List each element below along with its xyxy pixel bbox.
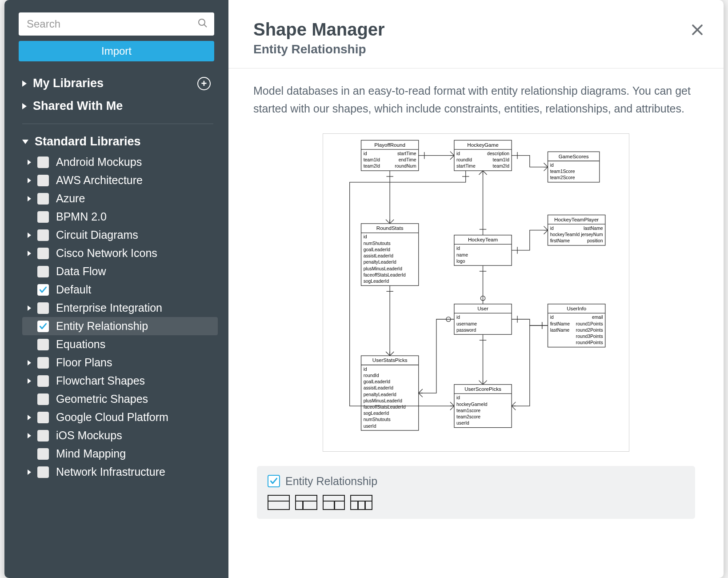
svg-line-1 bbox=[204, 24, 207, 27]
shared-with-me-group[interactable]: Shared With Me bbox=[22, 95, 224, 117]
library-checkbox[interactable] bbox=[37, 375, 49, 387]
library-checkbox[interactable] bbox=[37, 339, 49, 350]
svg-text:HockeyTeamPlayer: HockeyTeamPlayer bbox=[554, 217, 599, 222]
library-item[interactable]: Floor Plans bbox=[22, 353, 218, 372]
entity-shape-2[interactable] bbox=[295, 495, 317, 510]
library-checkbox[interactable] bbox=[37, 448, 49, 460]
library-item[interactable]: Azure bbox=[22, 189, 218, 208]
chevron-right-icon bbox=[28, 196, 31, 201]
library-item[interactable]: Cisco Network Icons bbox=[22, 244, 218, 262]
er-checkbox[interactable] bbox=[268, 475, 280, 487]
library-label: Default bbox=[56, 283, 91, 296]
divider bbox=[22, 124, 213, 124]
svg-text:plusMinusLeaderId: plusMinusLeaderId bbox=[364, 266, 403, 271]
library-checkbox[interactable] bbox=[37, 357, 49, 369]
library-item[interactable]: Google Cloud Platform bbox=[22, 408, 218, 426]
library-checkbox[interactable] bbox=[37, 248, 49, 259]
main-header: Shape Manager Entity Relationship bbox=[228, 0, 724, 68]
library-label: BPMN 2.0 bbox=[56, 210, 107, 223]
shape-manager-modal: Import My Libraries + Shared With Me Sta… bbox=[4, 0, 724, 578]
my-libraries-group[interactable]: My Libraries + bbox=[22, 72, 224, 95]
library-item[interactable]: BPMN 2.0 bbox=[22, 208, 218, 226]
library-item[interactable]: Network Infrastructure bbox=[22, 463, 218, 481]
svg-text:username: username bbox=[456, 321, 477, 326]
close-icon bbox=[691, 23, 704, 36]
entity-shape-3[interactable] bbox=[323, 495, 345, 510]
library-label: Cisco Network Icons bbox=[56, 247, 157, 260]
svg-text:HockeyGame: HockeyGame bbox=[467, 142, 498, 148]
import-button[interactable]: Import bbox=[19, 41, 214, 61]
add-library-icon[interactable]: + bbox=[197, 77, 211, 90]
library-checkbox[interactable] bbox=[37, 412, 49, 423]
library-item[interactable]: iOS Mockups bbox=[22, 426, 218, 445]
library-item[interactable]: Data Flow bbox=[22, 262, 218, 281]
library-label: Data Flow bbox=[56, 265, 106, 278]
svg-text:userId: userId bbox=[456, 421, 469, 425]
library-item[interactable]: Entity Relationship bbox=[22, 317, 218, 335]
library-item[interactable]: Android Mockups bbox=[22, 153, 218, 171]
chevron-right-icon bbox=[28, 233, 31, 238]
library-item[interactable]: Circuit Diagrams bbox=[22, 226, 218, 244]
sidebar: Import My Libraries + Shared With Me Sta… bbox=[4, 0, 228, 578]
library-label: Network Infrastructure bbox=[56, 466, 165, 478]
svg-text:numShutouts: numShutouts bbox=[364, 241, 391, 246]
library-checkbox[interactable] bbox=[37, 157, 49, 168]
chevron-right-icon bbox=[28, 360, 31, 365]
search-icon bbox=[197, 18, 208, 30]
page-subtitle: Entity Relationship bbox=[253, 42, 699, 56]
library-checkbox[interactable] bbox=[37, 321, 49, 332]
library-label: Mind Mapping bbox=[56, 447, 126, 460]
erd-diagram: PlayoffRoundidteam1Idteam2IdstartTimeend… bbox=[327, 137, 625, 448]
library-checkbox[interactable] bbox=[37, 393, 49, 405]
svg-text:startTime: startTime bbox=[456, 164, 476, 169]
library-label: Circuit Diagrams bbox=[56, 229, 138, 241]
library-label: Equations bbox=[56, 338, 105, 351]
svg-text:startTime: startTime bbox=[397, 151, 416, 156]
page-title: Shape Manager bbox=[253, 20, 699, 40]
svg-text:team1Score: team1Score bbox=[550, 169, 575, 174]
library-checkbox[interactable] bbox=[37, 229, 49, 241]
svg-text:assistLeaderId: assistLeaderId bbox=[364, 253, 393, 258]
svg-text:lastName: lastName bbox=[584, 226, 603, 231]
search-input[interactable] bbox=[19, 12, 214, 36]
svg-text:userId: userId bbox=[364, 424, 376, 429]
svg-text:roundNum: roundNum bbox=[395, 164, 416, 169]
svg-text:lastName: lastName bbox=[550, 328, 570, 333]
library-item[interactable]: AWS Architecture bbox=[22, 171, 218, 189]
library-checkbox[interactable] bbox=[37, 430, 49, 442]
library-checkbox[interactable] bbox=[37, 193, 49, 205]
library-checkbox[interactable] bbox=[37, 284, 49, 296]
svg-text:id: id bbox=[364, 367, 367, 372]
library-item[interactable]: Geometric Shapes bbox=[22, 390, 218, 408]
chevron-right-icon bbox=[28, 378, 31, 384]
svg-text:firstName: firstName bbox=[550, 238, 570, 243]
library-item[interactable]: Mind Mapping bbox=[22, 445, 218, 463]
library-checkbox[interactable] bbox=[37, 175, 49, 186]
library-checkbox[interactable] bbox=[37, 466, 49, 478]
shape-group-title: Entity Relationship bbox=[285, 475, 377, 488]
library-item[interactable]: Flowchart Shapes bbox=[22, 372, 218, 390]
library-checkbox[interactable] bbox=[37, 211, 49, 223]
standard-libraries-group[interactable]: Standard Libraries bbox=[22, 130, 224, 153]
library-item[interactable]: Enterprise Integration bbox=[22, 299, 218, 317]
svg-text:team1Id: team1Id bbox=[364, 157, 380, 162]
entity-shape-4[interactable] bbox=[350, 495, 372, 510]
library-item[interactable]: Default bbox=[22, 281, 218, 299]
svg-text:endTime: endTime bbox=[399, 157, 416, 162]
svg-text:description: description bbox=[487, 151, 509, 156]
svg-text:plusMinusLeaderId: plusMinusLeaderId bbox=[364, 398, 403, 403]
library-checkbox[interactable] bbox=[37, 266, 49, 277]
svg-text:penaltyLeaderId: penaltyLeaderId bbox=[364, 260, 396, 265]
svg-text:round1Points: round1Points bbox=[576, 321, 603, 326]
library-item[interactable]: Equations bbox=[22, 335, 218, 353]
svg-text:penaltyLeaderId: penaltyLeaderId bbox=[364, 392, 396, 397]
svg-text:id: id bbox=[456, 151, 460, 156]
entity-shape-1[interactable] bbox=[268, 495, 290, 510]
library-label: Azure bbox=[56, 192, 85, 205]
close-button[interactable] bbox=[691, 21, 704, 39]
chevron-right-icon bbox=[28, 251, 31, 256]
library-checkbox[interactable] bbox=[37, 302, 49, 314]
svg-text:firstName: firstName bbox=[550, 321, 570, 326]
svg-text:id: id bbox=[364, 151, 367, 156]
svg-text:team1score: team1score bbox=[456, 408, 480, 413]
